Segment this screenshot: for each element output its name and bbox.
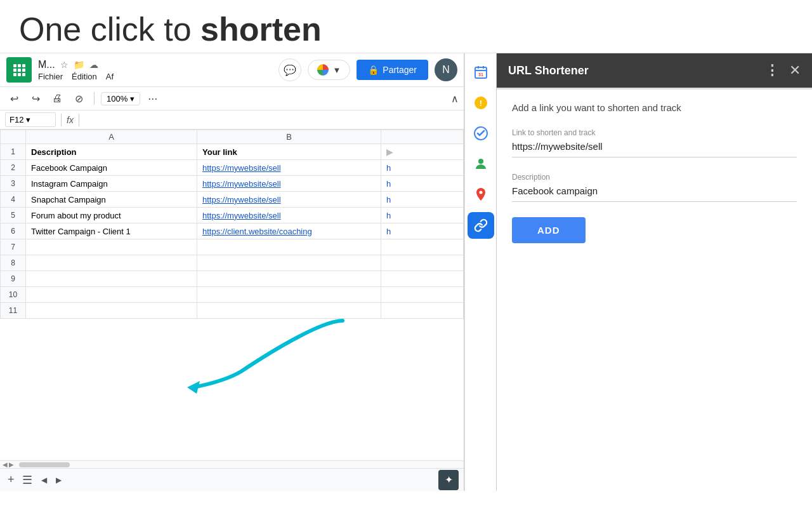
cell[interactable] <box>26 239 197 255</box>
svg-text:!: ! <box>479 98 481 108</box>
svg-text:31: 31 <box>478 72 483 77</box>
cell[interactable] <box>26 271 197 287</box>
menu-af[interactable]: Af <box>106 72 114 81</box>
cell[interactable]: Description <box>26 144 197 160</box>
sidebar-icon-bar: 31 ! <box>464 53 496 491</box>
description-field-value[interactable]: Facebook campaign <box>512 185 797 202</box>
cell[interactable] <box>197 287 381 303</box>
url-panel-title: URL Shortener <box>508 64 589 77</box>
cell[interactable]: Twitter Campaign - Client 1 <box>26 224 197 239</box>
cell[interactable]: ▶ <box>381 144 464 160</box>
row-header: 5 <box>1 208 26 224</box>
row-header: 6 <box>1 224 26 239</box>
main-area: M... ☆ 📁 ☁ Fichier Édition Af 💬 ▼ <box>0 53 812 491</box>
col-header-c[interactable] <box>381 130 464 144</box>
menu-fichier[interactable]: Fichier <box>38 72 63 81</box>
cell[interactable]: https://mywebsite/sell <box>197 208 381 224</box>
smart-fill-button[interactable]: ✦ <box>438 470 459 490</box>
cell[interactable]: https://mywebsite/sell <box>197 160 381 176</box>
page-title: One click to shorten <box>19 11 793 48</box>
row-header: 2 <box>1 160 26 176</box>
calendar-icon-button[interactable]: 31 <box>468 60 494 85</box>
comment-button[interactable]: 💬 <box>278 58 301 81</box>
link-field-group: Link to shorten and track https://mywebs… <box>512 128 797 157</box>
cell[interactable] <box>26 255 197 271</box>
sheets-menu: Fichier Édition Af <box>38 72 272 81</box>
cell[interactable]: Facebook Campaign <box>26 160 197 176</box>
row-header: 9 <box>1 271 26 287</box>
cell[interactable]: h <box>381 176 464 192</box>
cell-ref-value: F12 <box>10 115 23 124</box>
folder-icon[interactable]: 📁 <box>74 60 84 70</box>
toolbar-sep <box>94 92 95 105</box>
sheet-menu-button[interactable]: ☰ <box>20 471 35 490</box>
maps-icon-button[interactable] <box>468 182 494 207</box>
scroll-left-arrow[interactable]: ◀ <box>3 461 8 468</box>
add-sheet-button[interactable]: + <box>5 471 17 489</box>
star-icon[interactable]: ☆ <box>60 60 69 70</box>
more-options-button[interactable]: ··· <box>144 92 161 105</box>
cell[interactable]: https://mywebsite/sell <box>197 176 381 192</box>
table-row: 2 Facebook Campaign https://mywebsite/se… <box>1 160 464 176</box>
cell[interactable] <box>26 303 197 319</box>
cell-reference[interactable]: F12 ▾ <box>5 112 56 127</box>
menu-edition[interactable]: Édition <box>72 72 97 81</box>
cell[interactable]: Forum about my product <box>26 208 197 224</box>
cell[interactable]: h <box>381 208 464 224</box>
cell[interactable]: h <box>381 160 464 176</box>
hscroll-thumb[interactable] <box>19 462 70 467</box>
redo-button[interactable]: ↪ <box>27 90 44 107</box>
sheets-scrollbar: ◀ ▶ <box>0 460 464 468</box>
cell[interactable]: h <box>381 224 464 239</box>
cell[interactable]: Instagram Campaign <box>26 176 197 192</box>
meet-button[interactable]: ▼ <box>308 60 350 80</box>
cell[interactable] <box>381 239 464 255</box>
sheets-filename: M... <box>38 59 55 70</box>
cell[interactable] <box>381 255 464 271</box>
cloud-icon[interactable]: ☁ <box>89 60 98 70</box>
share-button[interactable]: 🔒 Partager <box>357 60 428 80</box>
row-header: 3 <box>1 176 26 192</box>
tab-next[interactable]: ▶ <box>52 474 65 486</box>
cell[interactable]: https://client.website/coaching <box>197 224 381 239</box>
more-menu-icon[interactable]: ⋮ <box>765 62 779 79</box>
tab-prev[interactable]: ◀ <box>37 474 51 486</box>
cell[interactable]: https://mywebsite/sell <box>197 192 381 208</box>
check-icon-button[interactable] <box>468 121 494 146</box>
collapse-button[interactable]: ∧ <box>451 93 459 105</box>
contacts-icon-button[interactable] <box>468 151 494 177</box>
zoom-selector[interactable]: 100% ▾ <box>101 92 140 105</box>
cell[interactable] <box>197 303 381 319</box>
undo-button[interactable]: ↩ <box>5 90 23 107</box>
cell[interactable] <box>381 303 464 319</box>
cell[interactable]: Your link <box>197 144 381 160</box>
avatar[interactable]: N <box>435 58 457 81</box>
svg-marker-0 <box>187 381 200 394</box>
row-header: 7 <box>1 239 26 255</box>
col-header-b[interactable]: B <box>197 130 381 144</box>
scroll-right-arrow[interactable]: ▶ <box>9 461 14 468</box>
cell[interactable] <box>26 287 197 303</box>
link-field-value[interactable]: https://mywebsite/sell <box>512 141 797 157</box>
print-button[interactable]: 🖨 <box>48 90 66 107</box>
cell[interactable] <box>197 239 381 255</box>
cell[interactable] <box>381 287 464 303</box>
cell[interactable] <box>381 271 464 287</box>
format-button[interactable]: ⊘ <box>70 90 88 107</box>
close-icon[interactable]: ✕ <box>789 62 801 79</box>
grid-table: A B 1 Description Your link ▶ 2 Facebook <box>0 130 464 319</box>
add-button[interactable]: ADD <box>512 217 586 243</box>
cell[interactable] <box>197 271 381 287</box>
link-icon-button[interactable] <box>468 212 494 239</box>
cell[interactable]: Snapchat Campaign <box>26 192 197 208</box>
cell[interactable] <box>197 255 381 271</box>
table-row: 8 <box>1 255 464 271</box>
row-header: 10 <box>1 287 26 303</box>
col-header-a[interactable]: A <box>26 130 197 144</box>
zoom-chevron: ▾ <box>130 94 134 104</box>
url-shortener-panel: URL Shortener ⋮ ✕ Add a link you want to… <box>496 53 812 491</box>
corner-header <box>1 130 26 144</box>
tasks-icon-button[interactable]: ! <box>468 90 494 116</box>
fx-label: fx <box>67 115 74 125</box>
cell[interactable]: h <box>381 192 464 208</box>
